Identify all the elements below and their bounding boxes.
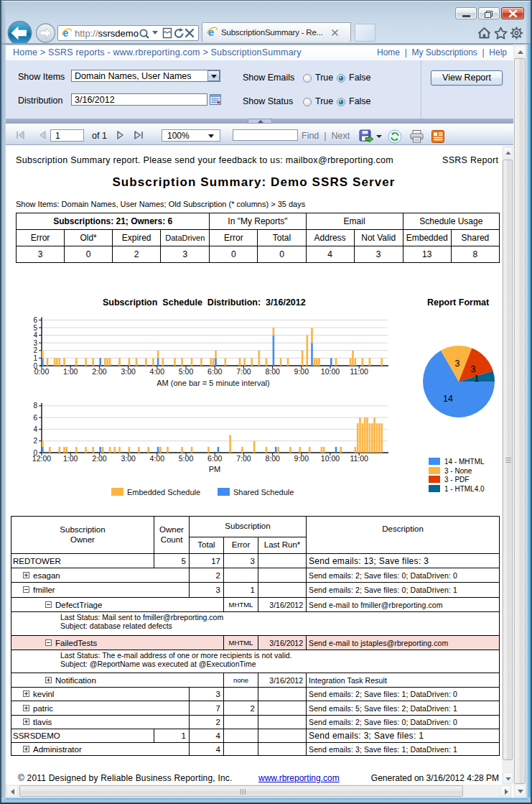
svg-text:11:00: 11:00 [350,454,368,463]
svg-text:3:00: 3:00 [121,454,136,463]
svg-text:1:00: 1:00 [63,454,78,463]
svg-text:Embedded Schedule: Embedded Schedule [127,488,200,496]
svg-text:0:00: 0:00 [34,367,50,376]
svg-text:1: 1 [475,374,480,384]
svg-text:4:00: 4:00 [150,454,165,463]
svg-text:5:00: 5:00 [179,367,194,376]
svg-text:6:00: 6:00 [207,454,223,463]
svg-text:14 - MHTML: 14 - MHTML [444,458,485,466]
svg-text:11:00: 11:00 [350,367,368,376]
svg-text:10:00: 10:00 [321,454,340,463]
svg-text:3 - None: 3 - None [444,467,472,475]
svg-text:3 - PDF: 3 - PDF [444,476,469,484]
svg-text:8:00: 8:00 [265,367,280,376]
svg-text:14: 14 [443,394,453,404]
svg-text:Shared Schedule: Shared Schedule [233,488,294,496]
svg-text:4:00: 4:00 [150,367,165,376]
svg-text:AM (one bar = 5 minute interva: AM (one bar = 5 minute interval) [157,379,269,387]
svg-text:1: 1 [33,354,37,362]
svg-text:6:00: 6:00 [207,367,223,376]
svg-text:6: 6 [33,414,37,422]
svg-text:4: 4 [33,425,37,433]
svg-text:9:00: 9:00 [294,367,309,376]
svg-text:9:00: 9:00 [294,454,309,463]
svg-text:5: 5 [33,324,37,332]
svg-text:8:00: 8:00 [265,454,280,463]
svg-text:3:00: 3:00 [121,367,136,376]
svg-text:8: 8 [33,402,37,410]
svg-text:6: 6 [33,316,37,324]
svg-text:7:00: 7:00 [236,454,251,463]
svg-text:PM: PM [209,465,221,473]
svg-text:7:00: 7:00 [236,367,251,376]
svg-text:2:00: 2:00 [92,454,107,463]
svg-text:12:00: 12:00 [32,454,51,463]
svg-text:2:00: 2:00 [92,367,107,376]
svg-text:3: 3 [33,339,37,347]
svg-text:5:00: 5:00 [179,454,194,463]
svg-text:10:00: 10:00 [321,367,340,376]
svg-text:2: 2 [33,437,37,445]
svg-text:3: 3 [455,359,460,369]
svg-text:1 - HTML4.0: 1 - HTML4.0 [444,485,485,493]
svg-text:1:00: 1:00 [63,367,78,376]
svg-text:3: 3 [471,364,476,374]
svg-text:2: 2 [33,346,37,354]
svg-text:4: 4 [33,331,37,339]
